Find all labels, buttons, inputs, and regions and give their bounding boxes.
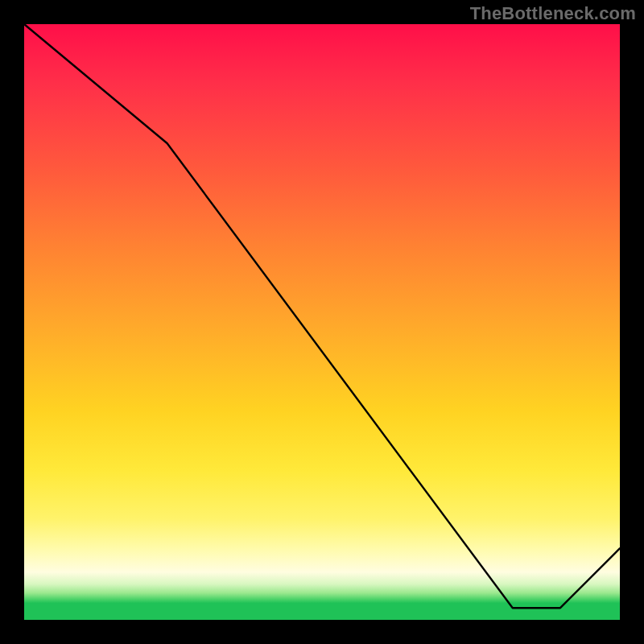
- plot-area: [24, 24, 620, 620]
- bottleneck-curve: [24, 24, 620, 608]
- chart-frame: TheBottleneck.com: [0, 0, 644, 644]
- watermark-label: TheBottleneck.com: [470, 3, 636, 24]
- curve-svg: [24, 24, 620, 620]
